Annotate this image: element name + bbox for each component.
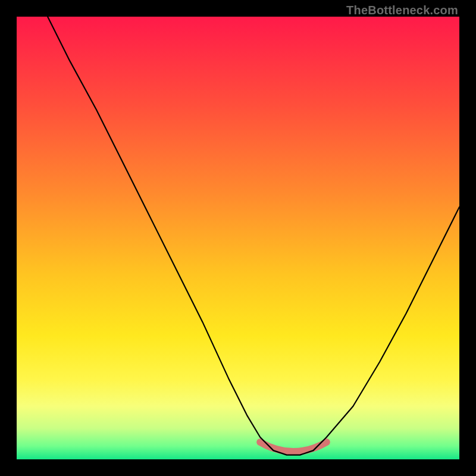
curve-layer bbox=[17, 17, 459, 459]
plot-area bbox=[17, 17, 459, 459]
watermark-text: TheBottleneck.com bbox=[346, 4, 458, 17]
bottleneck-curve bbox=[48, 17, 459, 455]
chart-frame: TheBottleneck.com bbox=[0, 0, 476, 476]
